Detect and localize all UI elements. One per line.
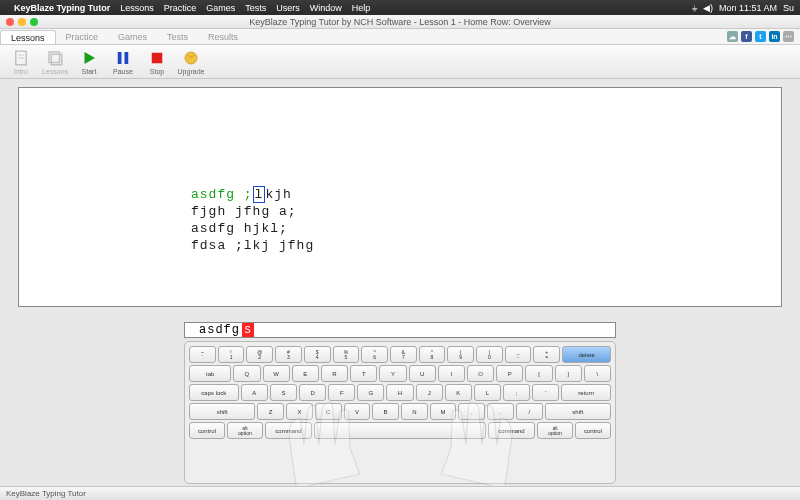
- key-command-right[interactable]: command: [488, 422, 535, 439]
- typing-input[interactable]: asdfg s: [184, 322, 616, 338]
- key-9[interactable]: (9: [447, 346, 474, 363]
- key-delete[interactable]: delete: [562, 346, 611, 363]
- stack-icon: [46, 48, 64, 68]
- key-P[interactable]: P: [496, 365, 523, 382]
- key-A[interactable]: A: [241, 384, 268, 401]
- key-shift-right[interactable]: shift: [545, 403, 611, 420]
- key-'[interactable]: ': [532, 384, 559, 401]
- key-tab[interactable]: tab: [189, 365, 231, 382]
- key-option-left[interactable]: altoption: [227, 422, 263, 439]
- key-1[interactable]: !1: [218, 346, 245, 363]
- key-W[interactable]: W: [263, 365, 290, 382]
- key-G[interactable]: G: [357, 384, 384, 401]
- key-11[interactable]: _-: [505, 346, 532, 363]
- menubar-clock[interactable]: Mon 11:51 AM: [719, 3, 777, 13]
- key-12[interactable]: +=: [533, 346, 560, 363]
- menu-window[interactable]: Window: [310, 3, 342, 13]
- tab-games[interactable]: Games: [108, 29, 157, 44]
- key-X[interactable]: X: [286, 403, 313, 420]
- menu-help[interactable]: Help: [352, 3, 371, 13]
- key-option-right[interactable]: altoption: [537, 422, 573, 439]
- key-F[interactable]: F: [328, 384, 355, 401]
- tab-tests[interactable]: Tests: [157, 29, 198, 44]
- wifi-icon[interactable]: ⏚: [692, 3, 697, 13]
- menu-practice[interactable]: Practice: [164, 3, 197, 13]
- key-3[interactable]: #3: [275, 346, 302, 363]
- key-control-left[interactable]: control: [189, 422, 225, 439]
- key-M[interactable]: M: [430, 403, 457, 420]
- key-control-right[interactable]: control: [575, 422, 611, 439]
- key-2[interactable]: @2: [246, 346, 273, 363]
- app-menu[interactable]: KeyBlaze Typing Tutor: [14, 3, 110, 13]
- stop-button[interactable]: Stop: [140, 48, 174, 75]
- key-10[interactable]: )0: [476, 346, 503, 363]
- document-icon: [12, 48, 30, 68]
- share-twitter-icon[interactable]: t: [755, 31, 766, 42]
- key-Y[interactable]: Y: [379, 365, 406, 382]
- key-J[interactable]: J: [416, 384, 443, 401]
- key-4[interactable]: $4: [304, 346, 331, 363]
- key-Z[interactable]: Z: [257, 403, 284, 420]
- tab-results[interactable]: Results: [198, 29, 248, 44]
- key-Q[interactable]: Q: [233, 365, 260, 382]
- share-linkedin-icon[interactable]: in: [769, 31, 780, 42]
- key-\[interactable]: \: [584, 365, 611, 382]
- start-button[interactable]: Start: [72, 48, 106, 75]
- toolbar: Intro Lessons Start Pause Stop Upgrade: [0, 45, 800, 79]
- intro-button[interactable]: Intro: [4, 48, 38, 75]
- key-I[interactable]: I: [438, 365, 465, 382]
- key-space[interactable]: [314, 422, 486, 439]
- key-D[interactable]: D: [299, 384, 326, 401]
- key-shift-left[interactable]: shift: [189, 403, 255, 420]
- minimize-window-button[interactable]: [18, 18, 26, 26]
- share-cloud-icon[interactable]: ☁: [727, 31, 738, 42]
- key-,[interactable]: ,: [458, 403, 485, 420]
- key-;[interactable]: ;: [503, 384, 530, 401]
- key-capslock[interactable]: caps lock: [189, 384, 239, 401]
- key-H[interactable]: H: [386, 384, 413, 401]
- keyboard-wrapper: ~`!1@2#3$4%5^6&7*8(9)0_-+=delete tabQWER…: [184, 341, 616, 484]
- volume-icon[interactable]: ◀): [703, 3, 713, 13]
- key-.[interactable]: .: [487, 403, 514, 420]
- key-][interactable]: ]: [555, 365, 582, 382]
- key-0[interactable]: ~`: [189, 346, 216, 363]
- key-return[interactable]: return: [561, 384, 611, 401]
- key-command-left[interactable]: command: [265, 422, 312, 439]
- key-E[interactable]: E: [292, 365, 319, 382]
- key-6[interactable]: ^6: [361, 346, 388, 363]
- key-/[interactable]: /: [516, 403, 543, 420]
- key-O[interactable]: O: [467, 365, 494, 382]
- close-window-button[interactable]: [6, 18, 14, 26]
- key-C[interactable]: C: [315, 403, 342, 420]
- lessons-button[interactable]: Lessons: [38, 48, 72, 75]
- upgrade-button[interactable]: Upgrade: [174, 48, 208, 75]
- share-facebook-icon[interactable]: f: [741, 31, 752, 42]
- lesson-stage: asdfg ;lkjh fjgh jfhg a; asdfg hjkl; fds…: [0, 79, 800, 486]
- key-T[interactable]: T: [350, 365, 377, 382]
- key-N[interactable]: N: [401, 403, 428, 420]
- key-V[interactable]: V: [344, 403, 371, 420]
- zoom-window-button[interactable]: [30, 18, 38, 26]
- menubar-user[interactable]: Su: [783, 3, 794, 13]
- tab-lessons[interactable]: Lessons: [0, 30, 56, 44]
- key-8[interactable]: *8: [419, 346, 446, 363]
- key-L[interactable]: L: [474, 384, 501, 401]
- pause-button[interactable]: Pause: [106, 48, 140, 75]
- key-U[interactable]: U: [409, 365, 436, 382]
- menu-lessons[interactable]: Lessons: [120, 3, 154, 13]
- key-[[interactable]: [: [525, 365, 552, 382]
- share-more-icon[interactable]: ⋯: [783, 31, 794, 42]
- key-5[interactable]: %5: [333, 346, 360, 363]
- tab-practice[interactable]: Practice: [56, 29, 109, 44]
- share-icons: ☁ f t in ⋯: [727, 29, 800, 44]
- key-B[interactable]: B: [372, 403, 399, 420]
- menu-games[interactable]: Games: [206, 3, 235, 13]
- key-7[interactable]: &7: [390, 346, 417, 363]
- line3: asdfg hjkl;: [191, 221, 288, 236]
- key-R[interactable]: R: [321, 365, 348, 382]
- key-K[interactable]: K: [445, 384, 472, 401]
- key-S[interactable]: S: [270, 384, 297, 401]
- intro-label: Intro: [14, 68, 28, 75]
- menu-users[interactable]: Users: [276, 3, 300, 13]
- menu-tests[interactable]: Tests: [245, 3, 266, 13]
